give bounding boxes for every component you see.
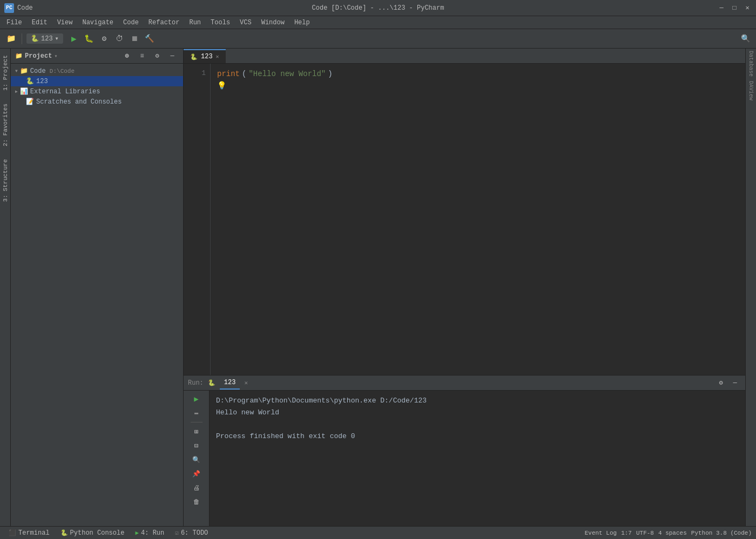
toolbar-right: 🔍 bbox=[739, 32, 752, 45]
run-scroll-bottom[interactable]: ⊟ bbox=[191, 440, 202, 452]
python-console-icon: 🐍 bbox=[60, 529, 68, 536]
run-tab-123[interactable]: 123 bbox=[220, 377, 240, 390]
console-blank-line bbox=[216, 419, 739, 431]
project-sync-icon[interactable]: ⊕ bbox=[120, 50, 133, 63]
editor-and-run: 🐍 123 ✕ 1 print("Hello new World") bbox=[184, 49, 745, 526]
run-tools-separator bbox=[191, 422, 202, 422]
stop-button[interactable]: ⏹ bbox=[128, 32, 141, 45]
sidebar-label-structure[interactable]: 3: Structure bbox=[1, 153, 10, 208]
project-settings-icon[interactable]: ⚙ bbox=[151, 50, 164, 63]
status-bar: ⬛ Terminal 🐍 Python Console ▶ 4: Run ☑ 6… bbox=[0, 526, 756, 539]
code-area[interactable]: print("Hello new World") 💡 bbox=[211, 64, 745, 375]
run-panel-icons: ⚙ ─ bbox=[715, 377, 741, 389]
tree-file-icon: 🐍 bbox=[26, 77, 34, 85]
app-name: Code bbox=[17, 4, 33, 12]
event-log-label[interactable]: Event Log bbox=[585, 530, 617, 536]
right-strip-daview[interactable]: DAView bbox=[748, 79, 754, 103]
search-everywhere-button[interactable]: 🔍 bbox=[739, 32, 752, 45]
toolbar: 📁 🐍 123 ▾ ▶ 🐛 ⚙ ⏱ ⏹ 🔨 🔍 bbox=[0, 29, 756, 49]
menu-file[interactable]: File bbox=[2, 18, 26, 28]
run-filter-button[interactable]: 🔍 bbox=[191, 454, 202, 466]
run-label: Run: bbox=[188, 379, 204, 387]
tree-scratches[interactable]: 📝 Scratches and Consoles bbox=[11, 97, 183, 107]
profile-button[interactable]: ⏱ bbox=[113, 32, 126, 45]
project-collapse-icon[interactable]: ≡ bbox=[136, 50, 148, 63]
build-button[interactable]: 🔨 bbox=[143, 32, 156, 45]
menu-run[interactable]: Run bbox=[185, 18, 205, 28]
editor-tab-icon: 🐍 bbox=[190, 53, 198, 60]
run-settings-icon[interactable]: ⚙ bbox=[715, 377, 727, 389]
menu-tools[interactable]: Tools bbox=[206, 18, 234, 28]
menu-refactor[interactable]: Refactor bbox=[144, 18, 184, 28]
run-stop-button[interactable]: ▬ bbox=[191, 407, 202, 419]
toolbar-project-icon[interactable]: 📁 bbox=[4, 32, 17, 45]
editor-tab-close[interactable]: ✕ bbox=[216, 53, 219, 60]
run-scroll-top[interactable]: ⊞ bbox=[191, 426, 202, 438]
run-config-name: 123 bbox=[41, 35, 53, 43]
sidebar-label-favorites[interactable]: 2: Favorites bbox=[1, 97, 10, 153]
line-numbers: 1 bbox=[184, 64, 211, 375]
run-button[interactable]: ▶ bbox=[68, 32, 80, 45]
left-sidebar-strip: 1: Project 2: Favorites 3: Structure bbox=[0, 49, 11, 526]
menu-view[interactable]: View bbox=[53, 18, 77, 28]
run-panel-header: Run: 🐍 123 ✕ ⚙ ─ bbox=[184, 376, 745, 391]
menu-vcs[interactable]: VCS bbox=[235, 18, 256, 28]
right-strip-database[interactable]: Database bbox=[748, 49, 754, 79]
run-panel: Run: 🐍 123 ✕ ⚙ ─ ▶ ▬ ⊞ ⊟ bbox=[184, 375, 745, 526]
menu-navigate[interactable]: Navigate bbox=[78, 18, 118, 28]
run-print-button[interactable]: 🖨 bbox=[191, 482, 202, 494]
title-bar-controls: ─ □ ✕ bbox=[717, 4, 752, 12]
maximize-button[interactable]: □ bbox=[730, 4, 739, 12]
bottom-tab-run[interactable]: ▶ 4: Run bbox=[131, 528, 168, 538]
status-interpreter[interactable]: Python 3.8 (Code) bbox=[691, 530, 752, 536]
tree-external-icon: 📊 bbox=[20, 87, 28, 95]
bulb-icon[interactable]: 💡 bbox=[217, 80, 226, 92]
coverage-button[interactable]: ⚙ bbox=[98, 32, 111, 45]
minimize-button[interactable]: ─ bbox=[717, 4, 726, 12]
code-line-1: print("Hello new World") bbox=[217, 68, 739, 80]
menu-edit[interactable]: Edit bbox=[28, 18, 52, 28]
bottom-tab-terminal[interactable]: ⬛ Terminal bbox=[4, 528, 54, 538]
sidebar-label-project[interactable]: 1: Project bbox=[1, 49, 10, 97]
editor-tab-123[interactable]: 🐍 123 ✕ bbox=[184, 49, 226, 63]
editor-content: 1 print("Hello new World") 💡 bbox=[184, 64, 745, 375]
tree-root[interactable]: ▼ 📁 Code D:\Code bbox=[11, 66, 183, 76]
run-minimize-icon[interactable]: ─ bbox=[729, 377, 741, 389]
run-panel-body: ▶ ▬ ⊞ ⊟ 🔍 📌 🖨 🗑 D:\Program\Python\Docume… bbox=[184, 391, 745, 526]
terminal-label: Terminal bbox=[18, 529, 50, 537]
run-config-selector[interactable]: 🐍 123 ▾ bbox=[26, 33, 63, 44]
run-delete-button[interactable]: 🗑 bbox=[191, 496, 202, 508]
tree-root-arrow: ▼ bbox=[15, 69, 18, 73]
title-bar: PC Code Code [D:\Code] - ...\123 - PyCha… bbox=[0, 0, 756, 16]
toolbar-separator-1 bbox=[22, 33, 22, 44]
editor-wrapper: 🐍 123 ✕ 1 print("Hello new World") bbox=[184, 49, 745, 375]
menu-code[interactable]: Code bbox=[119, 18, 143, 28]
run-restart-button[interactable]: ▶ bbox=[191, 393, 202, 405]
tree-root-folder-icon: 📁 bbox=[20, 67, 28, 75]
menu-help[interactable]: Help bbox=[290, 18, 314, 28]
project-panel: 📁 Project ▾ ⊕ ≡ ⚙ ─ ▼ 📁 Code D:\Code bbox=[11, 49, 184, 526]
run-tab-label: 4: Run bbox=[141, 529, 164, 537]
run-tab-close[interactable]: ✕ bbox=[244, 379, 248, 386]
status-position: 1:7 bbox=[621, 530, 632, 536]
bottom-tab-todo[interactable]: ☑ 6: TODO bbox=[171, 528, 212, 538]
terminal-icon: ⬛ bbox=[9, 529, 16, 536]
project-header-icons: ⊕ ≡ ⚙ ─ bbox=[120, 50, 179, 63]
status-encoding[interactable]: UTF-8 bbox=[636, 530, 654, 536]
project-dropdown-arrow[interactable]: ▾ bbox=[54, 53, 57, 59]
editor-tabs: 🐍 123 ✕ bbox=[184, 49, 745, 64]
status-indent[interactable]: 4 spaces bbox=[658, 530, 687, 536]
close-button[interactable]: ✕ bbox=[743, 4, 752, 12]
bottom-tab-python-console[interactable]: 🐍 Python Console bbox=[56, 528, 129, 538]
code-open-paren: ( bbox=[242, 68, 246, 80]
run-pin-button[interactable]: 📌 bbox=[191, 468, 202, 480]
run-panel-tools: ▶ ▬ ⊞ ⊟ 🔍 📌 🖨 🗑 bbox=[184, 391, 210, 526]
code-line-bulb: 💡 bbox=[217, 80, 739, 92]
tree-external-arrow: ▶ bbox=[15, 89, 18, 94]
tree-external-libs[interactable]: ▶ 📊 External Libraries bbox=[11, 86, 183, 97]
project-minimize-icon[interactable]: ─ bbox=[166, 50, 179, 63]
right-strip: Database DAView bbox=[745, 49, 756, 526]
menu-window[interactable]: Window bbox=[257, 18, 289, 28]
debug-button[interactable]: 🐛 bbox=[83, 32, 96, 45]
tree-file-123[interactable]: 🐍 123 bbox=[11, 76, 183, 86]
